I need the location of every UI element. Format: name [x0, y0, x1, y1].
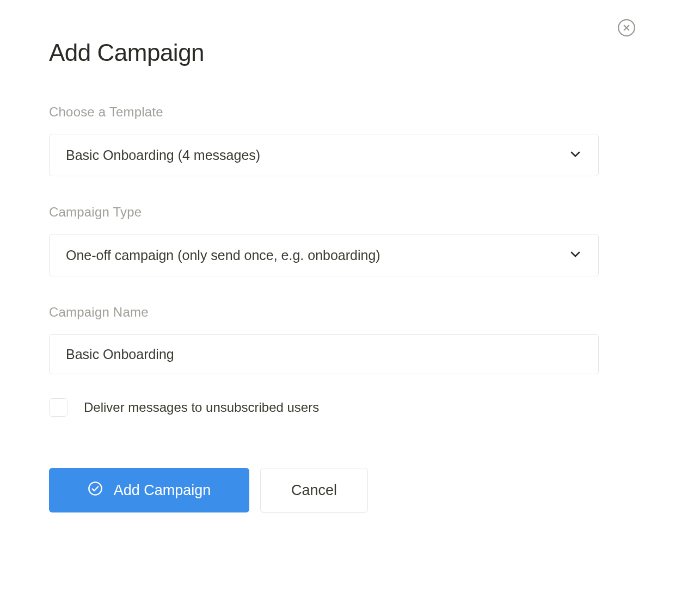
campaign-type-select[interactable]: One-off campaign (only send once, e.g. o… [49, 234, 599, 276]
template-select[interactable]: Basic Onboarding (4 messages) [49, 134, 599, 176]
close-icon [617, 18, 636, 39]
template-field-group: Choose a Template Basic Onboarding (4 me… [49, 104, 651, 176]
add-campaign-button[interactable]: Add Campaign [49, 468, 249, 512]
modal-title: Add Campaign [49, 39, 651, 66]
template-label: Choose a Template [49, 104, 651, 120]
campaign-name-input[interactable] [49, 334, 599, 374]
campaign-type-label: Campaign Type [49, 205, 651, 220]
chevron-down-icon [569, 147, 582, 163]
campaign-name-field-group: Campaign Name [49, 305, 651, 374]
campaign-type-select-value: One-off campaign (only send once, e.g. o… [66, 248, 380, 263]
deliver-unsubscribed-label: Deliver messages to unsubscribed users [84, 400, 319, 415]
campaign-name-label: Campaign Name [49, 305, 651, 320]
cancel-button[interactable]: Cancel [260, 468, 368, 512]
chevron-down-icon [569, 248, 582, 263]
campaign-type-field-group: Campaign Type One-off campaign (only sen… [49, 205, 651, 276]
add-campaign-modal: Add Campaign Choose a Template Basic Onb… [0, 0, 700, 512]
add-campaign-button-label: Add Campaign [114, 482, 211, 499]
cancel-button-label: Cancel [291, 482, 337, 499]
deliver-unsubscribed-checkbox[interactable] [49, 398, 67, 417]
check-circle-icon [88, 481, 103, 500]
deliver-unsubscribed-group: Deliver messages to unsubscribed users [49, 398, 651, 417]
svg-point-3 [89, 482, 101, 495]
button-row: Add Campaign Cancel [49, 468, 651, 512]
close-button[interactable] [617, 20, 636, 38]
template-select-value: Basic Onboarding (4 messages) [66, 147, 260, 163]
